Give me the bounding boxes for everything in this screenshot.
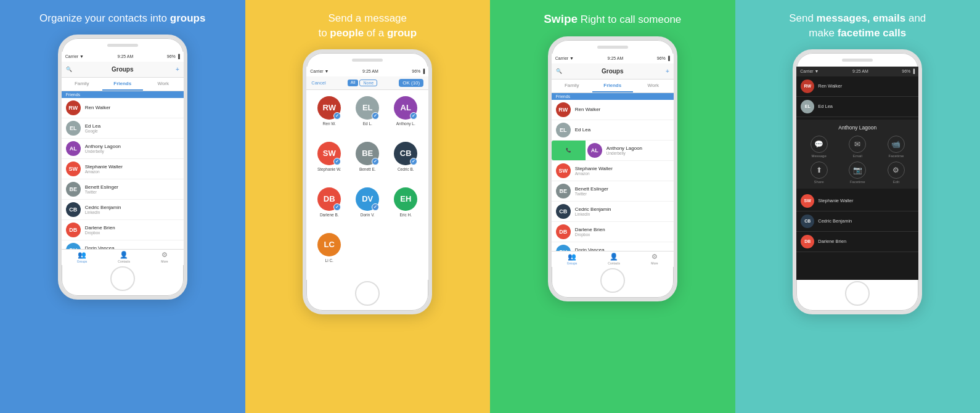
contact-sub-sw: Amazon xyxy=(85,170,179,174)
message-icon: 💬 xyxy=(811,136,828,153)
avatar-be-3: BE xyxy=(556,184,571,198)
contact-darlene[interactable]: DB Darlene Brien Dropbox xyxy=(62,220,184,240)
avatar-el: EL xyxy=(66,121,81,136)
tab-family-1[interactable]: Family xyxy=(62,78,102,91)
edit-icon: ⚙ xyxy=(888,162,905,179)
tab-friends-3[interactable]: Friends xyxy=(592,80,633,92)
contact-sub-db: Dropbox xyxy=(85,231,179,235)
panel-1-title: Organize your contacts into groups xyxy=(39,11,205,26)
add-button-1[interactable]: + xyxy=(176,66,179,73)
contact-stephanie[interactable]: SW Stephanie Walter Amazon xyxy=(62,159,184,179)
check-db: ✓ xyxy=(333,203,341,211)
sel-group: All None xyxy=(348,80,378,86)
contact-cedric-3[interactable]: CB Cedric Benjamin LinkedIn xyxy=(552,202,674,222)
bottom-tab-groups-3[interactable]: 👥 Groups xyxy=(567,253,577,265)
message-action[interactable]: 💬 Message xyxy=(801,136,836,158)
grid-name-eh: Eric H. xyxy=(400,213,412,217)
bottom-tab-more-3[interactable]: ⚙ More xyxy=(651,253,658,265)
contact-anthony-swipe[interactable]: 📞 AL Anthony Lagoon Underbelly xyxy=(552,141,674,161)
bottom-tab-contacts-3[interactable]: 👤 Contacts xyxy=(608,253,620,265)
bottom-tab-more-label: More xyxy=(161,260,168,263)
contact-darlene-3[interactable]: DB Darlene Brien Dropbox xyxy=(552,222,674,242)
share-action[interactable]: ⬆ Share xyxy=(801,162,836,184)
grid-contact-lc[interactable]: LC Li C. xyxy=(312,233,346,274)
tabs-3: Family Friends Work xyxy=(552,80,674,93)
tabs-1: Family Friends Work xyxy=(62,78,184,91)
dark-item-4[interactable]: CB Cedric Benjamin xyxy=(796,211,918,232)
sub-db-3: Dropbox xyxy=(575,232,669,237)
grid-contact-cb[interactable]: CB✓ Cedric B. xyxy=(389,142,422,182)
contacts-icon: 👤 xyxy=(120,251,128,259)
grid-name-db: Darlene B. xyxy=(320,213,339,217)
avatar-be: BE xyxy=(66,182,81,197)
dark-item-5[interactable]: DB Darlene Brien xyxy=(796,232,918,252)
grid-name-lc: Li C. xyxy=(325,258,333,263)
none-button[interactable]: None xyxy=(359,80,377,86)
edit-action[interactable]: ⚙ Edit xyxy=(879,162,914,184)
contact-ed-3[interactable]: EL Ed Lea xyxy=(552,120,674,141)
check-al: ✓ xyxy=(410,112,417,120)
info-be-3: Benett Eslinger Twitter xyxy=(575,186,669,196)
grid-contact-dv[interactable]: DV✓ Dorin V. xyxy=(351,187,384,228)
add-button-3[interactable]: + xyxy=(666,68,669,75)
grid-contact-sw[interactable]: SW✓ Stephanie W. xyxy=(312,142,346,182)
grid-contact-el[interactable]: EL✓ Ed L. xyxy=(351,96,384,137)
contact-ren-3[interactable]: RW Ren Walker xyxy=(552,100,674,120)
all-button[interactable]: All xyxy=(348,80,359,86)
contact-benett-3[interactable]: BE Benett Eslinger Twitter xyxy=(552,181,674,202)
dark-avatar-3: SW xyxy=(801,194,814,208)
email-action[interactable]: ✉ Email xyxy=(840,136,875,158)
facetime2-action[interactable]: 📷 Facetime xyxy=(840,162,875,184)
ok-button[interactable]: OK (10) xyxy=(399,79,423,87)
grid-name-rw: Ren W. xyxy=(323,121,336,126)
avatar-sw: SW xyxy=(66,162,81,176)
tab-friends-1[interactable]: Friends xyxy=(102,78,143,91)
name-cb-3: Cedric Benjamin xyxy=(575,206,669,212)
dark-name-3: Stephanie Walter xyxy=(818,198,853,203)
grid-contact-al[interactable]: AL✓ Anthony L. xyxy=(389,96,422,137)
tab-family-3[interactable]: Family xyxy=(552,80,592,92)
grid-contact-eh[interactable]: EH Eric H. xyxy=(389,187,422,228)
grid-contact-rw[interactable]: RW✓ Ren W. xyxy=(312,96,346,137)
contact-sub-el: Google xyxy=(85,129,179,133)
tab-work-3[interactable]: Work xyxy=(633,80,674,92)
info-rw-3: Ren Walker xyxy=(575,107,669,112)
search-icon-3[interactable]: 🔍 xyxy=(556,68,562,74)
more-label-3: More xyxy=(651,261,658,265)
email-icon: ✉ xyxy=(849,136,866,153)
grid-contact-be[interactable]: BE✓ Benett E. xyxy=(351,142,384,182)
facetime-action[interactable]: 📹 Facetime xyxy=(879,136,914,158)
contact-benett[interactable]: BE Benett Eslinger Twitter xyxy=(62,179,184,200)
call-button[interactable]: 📞 xyxy=(552,141,586,160)
dark-avatar-4: CB xyxy=(801,215,814,228)
search-icon-1[interactable]: 🔍 xyxy=(66,67,72,72)
name-al-3: Anthony Lagoon xyxy=(606,145,669,151)
dark-item-3[interactable]: SW Stephanie Walter xyxy=(796,191,918,211)
contact-ed-lea[interactable]: EL Ed Lea Google xyxy=(62,118,184,139)
dark-name-4: Cedric Benjamin xyxy=(818,218,852,224)
dark-name-5: Darlene Brien xyxy=(818,239,846,244)
groups-label-3: Groups xyxy=(567,261,577,265)
grid-contact-db[interactable]: DB✓ Darlene B. xyxy=(312,187,346,228)
contact-ren-walker[interactable]: RW Ren Walker xyxy=(62,98,184,118)
dark-avatar-1: RW xyxy=(801,80,814,93)
info-al-3: Anthony Lagoon Underbelly xyxy=(606,145,669,155)
dark-item-2[interactable]: EL Ed Lea xyxy=(796,97,918,117)
panel-4-title: Send messages, emails andmake facetime c… xyxy=(789,11,926,41)
grid-name-dv: Dorin V. xyxy=(361,213,375,217)
contact-stephanie-3[interactable]: SW Stephanie Walter Amazon xyxy=(552,161,674,181)
grid-name-cb: Cedric B. xyxy=(398,167,414,171)
contact-name-db: Darlene Brien xyxy=(85,225,179,231)
contact-sub-be: Twitter xyxy=(85,190,179,194)
tab-work-1[interactable]: Work xyxy=(143,78,184,91)
bottom-tab-more[interactable]: ⚙ More xyxy=(161,251,168,263)
contact-anthony[interactable]: AL Anthony Lagoon Underbelly xyxy=(62,139,184,159)
section-friends-1: Friends xyxy=(62,91,184,98)
bottom-tab-contacts[interactable]: 👤 Contacts xyxy=(118,251,130,263)
bottom-tab-groups[interactable]: 👥 Groups xyxy=(77,251,87,263)
dark-item-1[interactable]: RW Ren Walker xyxy=(796,76,918,97)
contact-cedric[interactable]: CB Cedric Benjamin LinkedIn xyxy=(62,200,184,220)
facetime-icon: 📹 xyxy=(888,136,905,153)
contact-sub-cb: LinkedIn xyxy=(85,210,179,215)
cancel-button[interactable]: Cancel xyxy=(311,80,325,86)
